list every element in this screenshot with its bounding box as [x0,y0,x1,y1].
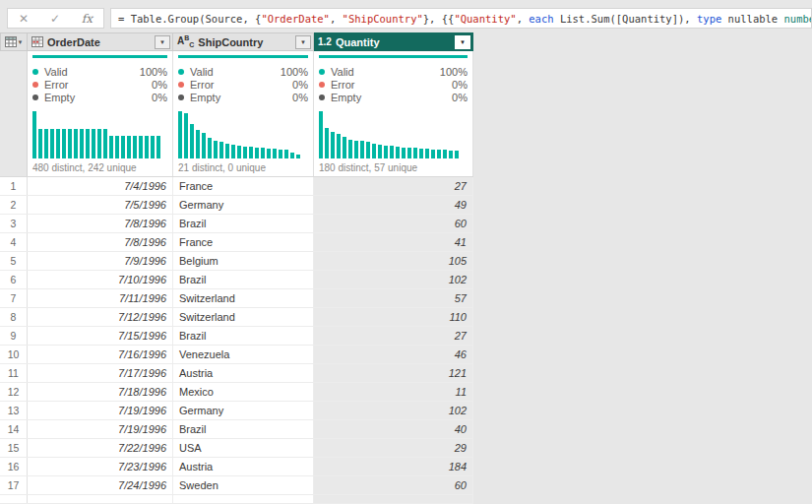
empty-stat: Empty0% [32,91,167,103]
formula-token: type [697,13,721,25]
formula-input[interactable]: = Table.Group(Source, {"OrderDate", "Shi… [110,8,812,29]
row-number[interactable]: 3 [0,215,28,232]
cell-orderdate[interactable]: 7/23/1996 [28,458,173,475]
histogram-bar [290,153,294,158]
column-header-shipcountry[interactable]: ABCShipCountry▼ [173,32,314,51]
row-number[interactable]: 2 [0,196,28,214]
valid-stat: Valid100% [32,65,167,78]
row-number[interactable]: 11 [0,364,28,382]
cell-orderdate[interactable]: 7/12/1996 [28,308,173,326]
cell-quantity[interactable]: 40 [314,420,473,438]
row-number[interactable]: 14 [0,420,28,438]
cancel-icon[interactable]: ✕ [19,13,29,25]
row-number[interactable]: 7 [0,289,28,307]
cell-orderdate[interactable]: 7/10/1996 [28,271,173,288]
row-number[interactable]: 17 [0,476,28,494]
empty-percent: 0% [292,92,308,103]
cell-orderdate[interactable]: 7/15/1996 [28,327,173,345]
cell-quantity[interactable]: 29 [314,439,473,457]
select-all-button[interactable]: ▼ [0,32,28,51]
formula-bar-controls: ✕ ✓ fx [7,8,104,29]
cell-orderdate[interactable]: 7/17/1996 [28,364,173,382]
empty-percent: 0% [452,92,468,103]
cell-orderdate[interactable]: 7/16/1996 [28,346,173,363]
row-number[interactable]: 12 [0,383,28,401]
histogram-bar [97,129,101,158]
cell-shipcountry[interactable]: Switzerland [173,308,314,326]
row-number[interactable]: 15 [0,439,28,457]
cell-shipcountry[interactable]: Germany [173,402,314,419]
cell-shipcountry[interactable]: Austria [173,458,314,475]
cell-shipcountry[interactable]: Austria [173,364,314,382]
cell-orderdate[interactable]: 7/8/1996 [28,215,173,232]
cell-shipcountry[interactable]: France [173,177,314,195]
cell-shipcountry[interactable]: Germany [173,196,314,214]
profile-gutter [0,51,28,176]
row-number[interactable]: 16 [0,458,28,475]
row-number[interactable]: 13 [0,402,28,419]
column-header-quantity[interactable]: 1.2Quantity▼ [314,32,473,51]
cell-orderdate[interactable]: 7/11/1996 [28,289,173,307]
cell-orderdate[interactable]: 7/8/1996 [28,233,173,251]
cell-shipcountry[interactable]: Switzerland [173,289,314,307]
cell-quantity[interactable]: 49 [314,196,473,214]
cell-quantity[interactable]: 11 [314,383,473,401]
cell-quantity[interactable]: 102 [314,271,473,288]
cell-quantity[interactable]: 27 [314,177,473,195]
cell-shipcountry[interactable]: Brazil [173,420,314,438]
error-percent: 0% [452,79,468,91]
cell-orderdate[interactable]: 7/19/1996 [28,402,173,419]
cell-quantity[interactable]: 60 [314,215,473,232]
histogram-bar [255,148,259,158]
cell-orderdate[interactable]: 7/24/1996 [28,476,173,494]
column-profile-row: Valid100%Error0%Empty0%480 distinct, 242… [0,51,473,177]
column-header-orderdate[interactable]: OrderDate▼ [28,32,173,51]
histogram-bar [354,141,358,158]
row-number [0,495,28,503]
cell-quantity[interactable]: 46 [314,346,473,363]
cell-shipcountry[interactable]: Venezuela [173,346,314,363]
row-number[interactable]: 5 [0,252,28,270]
cell-shipcountry[interactable]: Brazil [173,327,314,345]
cell-quantity[interactable]: 105 [314,252,473,270]
value-distribution-histogram [178,111,308,158]
cell-quantity[interactable]: 184 [314,458,473,475]
cell-orderdate[interactable]: 7/9/1996 [28,252,173,270]
valid-dot-icon [32,69,38,75]
cell-shipcountry[interactable]: France [173,233,314,251]
column-filter-dropdown[interactable]: ▼ [455,35,470,49]
cell-quantity[interactable]: 57 [314,289,473,307]
cell-quantity[interactable]: 27 [314,327,473,345]
cell-quantity[interactable]: 102 [314,402,473,419]
row-number[interactable]: 6 [0,271,28,288]
table-header-row: ▼ OrderDate▼ABCShipCountry▼1.2Quantity▼ [0,32,473,51]
cell-shipcountry[interactable]: Mexico [173,383,314,401]
error-label: Error [331,79,354,91]
cell-orderdate[interactable]: 7/4/1996 [28,177,173,195]
cell-orderdate[interactable]: 7/19/1996 [28,420,173,438]
fx-icon[interactable]: fx [82,12,93,26]
cell-shipcountry[interactable]: Brazil [173,215,314,232]
check-icon[interactable]: ✓ [50,13,60,25]
cell-orderdate[interactable]: 7/18/1996 [28,383,173,401]
row-number[interactable]: 1 [0,177,28,195]
row-number[interactable]: 8 [0,308,28,326]
valid-stat: Valid100% [319,65,468,78]
cell-orderdate[interactable]: 7/5/1996 [28,196,173,214]
cell-orderdate[interactable]: 7/22/1996 [28,439,173,457]
cell-shipcountry[interactable]: Belgium [173,252,314,270]
cell-quantity[interactable]: 110 [314,308,473,326]
row-number[interactable]: 9 [0,327,28,345]
column-filter-dropdown[interactable]: ▼ [155,35,170,49]
column-filter-dropdown[interactable]: ▼ [295,35,311,49]
row-number[interactable]: 10 [0,346,28,363]
cell-quantity[interactable]: 121 [314,364,473,382]
column-quality-bar [32,55,167,58]
cell-shipcountry[interactable]: Sweden [173,476,314,494]
cell-shipcountry[interactable]: USA [173,439,314,457]
cell-quantity[interactable]: 41 [314,233,473,251]
cell-quantity[interactable]: 60 [314,476,473,494]
cell-shipcountry[interactable]: Brazil [173,271,314,288]
histogram-bar [390,146,394,158]
row-number[interactable]: 4 [0,233,28,251]
